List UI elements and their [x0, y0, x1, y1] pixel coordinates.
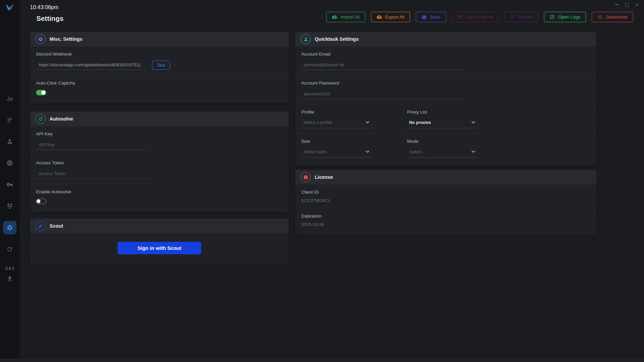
scout-header: Scout: [30, 219, 289, 233]
refresh-icon: [510, 14, 515, 20]
sidebar-item-download[interactable]: [3, 272, 17, 286]
enable-autosolve-toggle[interactable]: [36, 199, 46, 204]
proxy-list-group: Proxy List No proxies: [407, 109, 478, 128]
sidebar-item-refresh[interactable]: [3, 242, 17, 256]
cloud-upload-icon: [377, 14, 382, 20]
card-title: Scout: [50, 223, 63, 229]
size-select[interactable]: Select sizes: [301, 147, 372, 158]
sidebar-item-list[interactable]: [3, 113, 17, 127]
misc-settings-header: Misc. Settings: [30, 32, 289, 46]
mode-select[interactable]: Select...: [407, 147, 478, 158]
left-column: Misc. Settings Discord Webhook Test Auto…: [30, 32, 289, 264]
credit-card-icon: [458, 14, 463, 20]
scout-body: Sign in with Scout: [30, 233, 289, 262]
toggle-knob: [41, 91, 45, 95]
proxy-list-label: Proxy List: [407, 109, 478, 115]
license-card: License Client ID ECC37W0XCL Expiration …: [295, 170, 596, 235]
card-title: License: [315, 174, 333, 180]
maximize-button[interactable]: [624, 2, 630, 8]
account-email-row: Account Email: [295, 46, 596, 75]
chevron-down-icon: [365, 120, 370, 125]
access-token-input[interactable]: [36, 169, 147, 179]
api-key-row: API Key: [30, 126, 289, 155]
deactivate-button[interactable]: Deactivate: [592, 12, 633, 22]
size-label: Size: [301, 139, 372, 144]
refresh-icon: [35, 114, 45, 124]
floppy-disk-icon: [422, 14, 427, 20]
profile-select[interactable]: Select a profile: [301, 118, 372, 128]
expiration-value: 2020-10-18: [301, 222, 590, 227]
auto-click-captcha-row: Auto-Click Captcha: [30, 75, 289, 100]
clock: 10:43:06pm: [30, 4, 59, 10]
chevron-down-icon: [365, 149, 370, 154]
toggle-knob: [37, 199, 40, 203]
account-password-input[interactable]: [301, 89, 462, 99]
renew-button[interactable]: Renew: [504, 12, 538, 22]
access-token-label: Access Token: [36, 160, 283, 166]
sidebar-item-person[interactable]: [3, 135, 17, 148]
card-title: Quicktask Settings: [315, 36, 359, 42]
profile-group: Profile Select a profile: [301, 109, 372, 128]
divider: [301, 163, 478, 163]
page-title: Settings: [36, 15, 64, 23]
sidebar-item-globe[interactable]: [3, 156, 17, 170]
person-icon: [6, 138, 13, 145]
misc-settings-card: Misc. Settings Discord Webhook Test Auto…: [30, 32, 289, 103]
client-id-value: ECC37W0XCL: [301, 198, 590, 203]
open-logs-button[interactable]: Open Logs: [544, 12, 586, 22]
mode-group: Mode Select...: [407, 139, 478, 158]
right-column: Quicktask Settings Account Email Account…: [295, 32, 596, 235]
discord-webhook-label: Discord Webhook: [36, 52, 283, 57]
sidebar-item-bar-chart[interactable]: [3, 92, 17, 105]
sidebar-item-dropbox[interactable]: [3, 199, 17, 213]
api-key-input[interactable]: [36, 140, 147, 150]
power-icon: [597, 14, 603, 20]
api-key-label: API Key: [36, 131, 283, 137]
key-icon: [6, 181, 13, 188]
divider: [301, 232, 590, 232]
info-icon: [301, 172, 311, 182]
sign-in-with-scout-button[interactable]: Sign in with Scout: [118, 242, 201, 254]
enable-autosolve-label: Enable Autosolve: [36, 189, 283, 195]
minimize-button[interactable]: [614, 2, 620, 8]
cloud-download-icon: [332, 14, 337, 20]
globe-icon: [6, 160, 13, 166]
quicktask-header: Quicktask Settings: [295, 32, 596, 46]
discord-webhook-row: Discord Webhook Test: [30, 46, 289, 75]
open-paypal-button[interactable]: Open PayPal: [452, 12, 499, 22]
auto-click-captcha-label: Auto-Click Captcha: [36, 80, 283, 86]
export-all-button[interactable]: Export All: [371, 12, 410, 22]
chevron-down-icon: [471, 149, 476, 154]
minimize-icon: [615, 4, 619, 5]
account-email-input[interactable]: [301, 60, 462, 70]
gear-icon: [35, 34, 45, 44]
sidebar-item-settings[interactable]: [3, 221, 17, 234]
import-all-button[interactable]: Import All: [326, 12, 365, 22]
access-token-row: Access Token: [30, 155, 289, 184]
chevron-down-icon: [471, 120, 476, 125]
list-lines-icon: [6, 117, 13, 123]
app-logo-icon: [5, 4, 15, 12]
account-password-label: Account Password: [301, 80, 590, 86]
account-password-row: Account Password: [295, 75, 596, 104]
autosolve-card: Autosolve API Key Access Token Enable Au…: [30, 111, 289, 212]
quicktask-settings-card: Quicktask Settings Account Email Account…: [295, 32, 596, 166]
bottom-strip: [0, 359, 644, 362]
pen-icon: [35, 221, 45, 231]
close-button[interactable]: ×: [634, 2, 640, 8]
external-link-icon: [550, 14, 555, 20]
proxy-list-select[interactable]: No proxies: [407, 118, 478, 128]
person-icon: [301, 34, 311, 44]
download-icon: [6, 275, 13, 282]
discord-webhook-input[interactable]: [36, 60, 147, 70]
save-button[interactable]: Save: [416, 12, 446, 22]
auto-click-captcha-toggle[interactable]: [36, 90, 46, 95]
autosolve-header: Autosolve: [30, 111, 289, 126]
sidebar-item-key[interactable]: [3, 178, 17, 191]
app-version: 3.8.2: [5, 266, 14, 271]
test-webhook-button[interactable]: Test: [152, 61, 170, 70]
card-title: Misc. Settings: [50, 36, 83, 42]
gear-icon: [6, 224, 13, 231]
size-mode-row: Size Select sizes Mode Select...: [295, 134, 596, 163]
dropbox-icon: [6, 203, 13, 209]
